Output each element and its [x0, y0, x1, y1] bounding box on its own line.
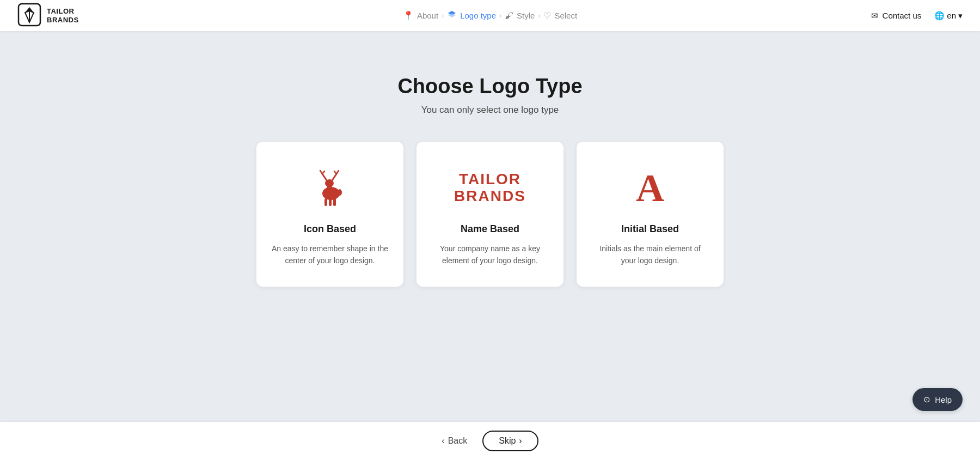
- chevron-left-icon: ‹: [442, 436, 444, 446]
- navbar-right: ✉ Contact us 🌐 en ▾: [871, 11, 963, 21]
- breadcrumb-select[interactable]: ♡ Select: [543, 10, 577, 21]
- svg-line-14: [334, 171, 336, 174]
- chevron-down-icon: ▾: [958, 11, 963, 21]
- brand-logo[interactable]: TAILORBRANDS: [17, 3, 79, 29]
- svg-rect-16: [329, 198, 332, 206]
- icon-based-card[interactable]: Icon Based An easy to remember shape in …: [256, 142, 403, 287]
- initial-based-card[interactable]: A Initial Based Initials as the main ele…: [577, 142, 724, 287]
- name-based-title: Name Based: [461, 223, 519, 235]
- skip-button[interactable]: Skip ›: [482, 431, 538, 451]
- logo-icon: [17, 3, 41, 29]
- chevron-3: ›: [538, 12, 540, 20]
- layers-icon: [447, 10, 457, 22]
- brush-icon: 🖌: [505, 11, 513, 21]
- globe-icon: 🌐: [934, 11, 945, 21]
- breadcrumb-logo-type[interactable]: Logo type: [447, 10, 496, 22]
- svg-line-9: [322, 174, 327, 180]
- icon-based-title: Icon Based: [304, 223, 356, 235]
- heart-icon: ♡: [543, 10, 551, 21]
- help-circle-icon: ⊙: [923, 395, 930, 404]
- language-selector[interactable]: 🌐 en ▾: [934, 11, 963, 21]
- name-based-desc: Your company name as a key element of yo…: [432, 243, 548, 267]
- navbar: TAILORBRANDS 📍 About › Logo type › 🖌 Sty…: [0, 0, 980, 31]
- breadcrumb-about[interactable]: 📍 About: [403, 10, 438, 21]
- name-based-card[interactable]: TAILOR BRANDS Name Based Your company na…: [416, 142, 564, 287]
- main-content: Choose Logo Type You can only select one…: [0, 31, 980, 287]
- breadcrumb: 📍 About › Logo type › 🖌 Style › ♡ Select: [403, 10, 577, 22]
- chevron-right-icon: ›: [519, 436, 522, 446]
- svg-marker-5: [448, 13, 456, 17]
- svg-point-18: [338, 189, 342, 196]
- bottom-nav: ‹ Back Skip ›: [0, 422, 980, 460]
- initial-icon: A: [636, 164, 664, 213]
- pin-icon: 📍: [403, 10, 414, 21]
- back-button[interactable]: ‹ Back: [442, 436, 467, 446]
- name-text-icon: TAILOR BRANDS: [454, 164, 526, 213]
- contact-us-button[interactable]: ✉ Contact us: [871, 11, 922, 21]
- help-button[interactable]: ⊙ Help: [912, 388, 963, 411]
- initial-based-desc: Initials as the main element of your log…: [592, 243, 708, 267]
- breadcrumb-style[interactable]: 🖌 Style: [505, 11, 535, 21]
- initial-based-title: Initial Based: [621, 223, 679, 235]
- deer-icon: [310, 164, 350, 213]
- page-subtitle: You can only select one logo type: [421, 105, 559, 116]
- page-title: Choose Logo Type: [397, 75, 582, 98]
- svg-line-12: [332, 174, 336, 180]
- logo-type-cards: Icon Based An easy to remember shape in …: [256, 142, 724, 287]
- chevron-2: ›: [499, 12, 501, 20]
- tailor-text: TAILOR: [459, 171, 521, 188]
- svg-rect-17: [333, 198, 336, 206]
- svg-rect-15: [324, 198, 327, 206]
- svg-line-11: [322, 171, 324, 174]
- mail-icon: ✉: [871, 11, 878, 21]
- icon-based-desc: An easy to remember shape in the center …: [272, 243, 388, 267]
- chevron-1: ›: [442, 12, 444, 20]
- brand-name: TAILORBRANDS: [47, 7, 79, 24]
- brands-text: BRANDS: [454, 188, 526, 205]
